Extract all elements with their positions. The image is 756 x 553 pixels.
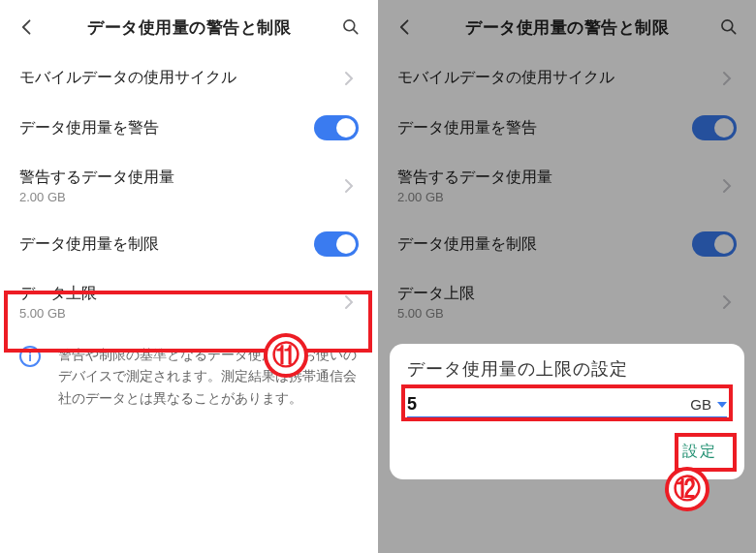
search-button[interactable] bbox=[711, 10, 746, 45]
chevron-right-icon bbox=[717, 71, 737, 86]
row-data-cap[interactable]: データ上限 5.00 GB bbox=[0, 270, 378, 334]
row-label: 警告するデータ使用量 bbox=[397, 168, 717, 188]
unit-label: GB bbox=[690, 396, 711, 413]
toggle-limit[interactable] bbox=[692, 231, 737, 257]
row-warn-amount[interactable]: 警告するデータ使用量 2.00 GB bbox=[0, 154, 378, 218]
row-warn-toggle: データ使用量を警告 bbox=[0, 102, 378, 154]
header: データ使用量の警告と制限 bbox=[378, 0, 756, 54]
row-label: データ使用量を制限 bbox=[397, 234, 692, 255]
chevron-right-icon bbox=[339, 294, 359, 310]
search-button[interactable] bbox=[333, 10, 368, 45]
row-billing-cycle[interactable]: モバイルデータの使用サイクル bbox=[378, 54, 756, 102]
row-sublabel: 2.00 GB bbox=[397, 190, 717, 204]
caret-down-icon bbox=[717, 402, 727, 408]
row-sublabel: 5.00 GB bbox=[19, 306, 339, 321]
search-icon bbox=[341, 17, 361, 37]
row-warn-toggle: データ使用量を警告 bbox=[378, 102, 756, 154]
chevron-left-icon bbox=[17, 17, 37, 37]
row-label: データ使用量を制限 bbox=[19, 234, 314, 255]
confirm-button[interactable]: 設定 bbox=[673, 436, 727, 468]
chevron-right-icon bbox=[339, 71, 359, 86]
row-label: データ上限 bbox=[397, 284, 717, 304]
back-button[interactable] bbox=[10, 10, 45, 45]
row-label: 警告するデータ使用量 bbox=[19, 168, 339, 188]
page-title: データ使用量の警告と制限 bbox=[423, 16, 711, 39]
screen-left: データ使用量の警告と制限 モバイルデータの使用サイクル データ使用量を警告 警告… bbox=[0, 0, 378, 553]
toggle-warn[interactable] bbox=[314, 115, 359, 140]
chevron-right-icon bbox=[339, 178, 359, 194]
info-icon: i bbox=[19, 346, 41, 367]
screen-right: データ使用量の警告と制限 モバイルデータの使用サイクル データ使用量を警告 警告… bbox=[378, 0, 756, 553]
row-label: データ上限 bbox=[19, 284, 339, 304]
row-label: データ使用量を警告 bbox=[397, 118, 692, 138]
page-title: データ使用量の警告と制限 bbox=[45, 16, 333, 39]
toggle-limit[interactable] bbox=[314, 231, 359, 257]
info-text: 警告や制限の基準となるデータ使用量はお使いのデバイスで測定されます。測定結果は携… bbox=[58, 344, 359, 409]
chevron-left-icon bbox=[395, 17, 415, 37]
row-warn-amount[interactable]: 警告するデータ使用量 2.00 GB bbox=[378, 154, 756, 218]
row-data-cap[interactable]: データ上限 5.00 GB bbox=[378, 270, 756, 334]
info-note: i 警告や制限の基準となるデータ使用量はお使いのデバイスで測定されます。測定結果… bbox=[0, 334, 378, 418]
header: データ使用量の警告と制限 bbox=[0, 0, 378, 54]
row-limit-toggle: データ使用量を制限 bbox=[378, 218, 756, 270]
data-limit-dialog: データ使用量の上限の設定 GB 設定 bbox=[390, 344, 744, 479]
step-badge-11: ⑪ bbox=[264, 333, 308, 378]
row-billing-cycle[interactable]: モバイルデータの使用サイクル bbox=[0, 54, 378, 102]
row-sublabel: 2.00 GB bbox=[19, 190, 339, 204]
toggle-warn[interactable] bbox=[692, 115, 737, 140]
row-limit-toggle: データ使用量を制限 bbox=[0, 218, 378, 270]
chevron-right-icon bbox=[717, 178, 737, 194]
row-label: モバイルデータの使用サイクル bbox=[397, 68, 717, 88]
dialog-input-row: GB bbox=[407, 394, 727, 418]
row-label: モバイルデータの使用サイクル bbox=[19, 68, 339, 88]
step-badge-12: ⑫ bbox=[665, 467, 709, 511]
back-button[interactable] bbox=[388, 10, 423, 45]
row-label: データ使用量を警告 bbox=[19, 118, 314, 138]
search-icon bbox=[719, 17, 739, 37]
dialog-title: データ使用量の上限の設定 bbox=[407, 357, 727, 381]
chevron-right-icon bbox=[717, 294, 737, 310]
row-sublabel: 5.00 GB bbox=[397, 306, 717, 321]
unit-select[interactable]: GB bbox=[690, 396, 727, 415]
limit-value-input[interactable] bbox=[407, 394, 680, 415]
